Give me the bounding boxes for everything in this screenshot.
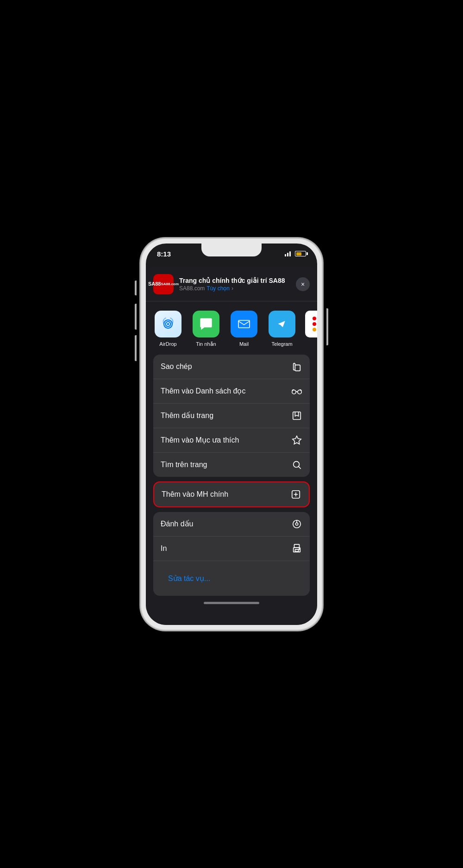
- site-icon: SA88SA88.com: [153, 274, 174, 294]
- menu-item-markup[interactable]: Đánh dấu: [153, 512, 310, 537]
- notch: [201, 244, 262, 256]
- status-time: 8:13: [157, 250, 171, 258]
- close-button[interactable]: ×: [296, 277, 310, 291]
- print-icon: [291, 543, 302, 554]
- menu-section-bottom: Đánh dấu In: [153, 512, 310, 596]
- power-button: [326, 308, 328, 345]
- telegram-icon: [269, 311, 295, 337]
- menu-item-print[interactable]: In: [153, 537, 310, 561]
- site-url-row: SA88.com Tùy chọn ›: [179, 285, 290, 292]
- telegram-label: Telegram: [271, 341, 292, 347]
- edit-action-label[interactable]: Sửa tác vụ...: [161, 568, 218, 589]
- edit-action-row: Sửa tác vụ...: [153, 561, 310, 596]
- app-item-mail[interactable]: Mail: [229, 311, 259, 347]
- home-bar: [204, 602, 259, 604]
- menu-find-label: Tìm trên trang: [161, 461, 207, 469]
- chevron-right-icon: ›: [232, 285, 233, 292]
- volume-down-button: [135, 335, 137, 361]
- svg-rect-3: [238, 320, 250, 328]
- menu-print-label: In: [161, 544, 167, 553]
- menu-item-reading-list[interactable]: Thêm vào Danh sách đọc: [153, 379, 310, 404]
- menu-item-favorites[interactable]: Thêm vào Mục ưa thích: [153, 428, 310, 453]
- add-square-icon: [290, 489, 301, 500]
- book-icon: [291, 410, 302, 421]
- svg-rect-5: [295, 365, 300, 371]
- site-info: Trang chủ chính thức giải trí SA88 SA88.…: [179, 277, 290, 292]
- search-icon: [291, 459, 302, 470]
- menu-markup-label: Đánh dấu: [161, 519, 194, 528]
- svg-point-6: [292, 390, 296, 394]
- phone-screen: 8:13 SA88SA88.com Trang chủ chính thức g…: [146, 244, 317, 625]
- menu-section-1: Sao chép Thêm vào Danh sách đọc: [153, 355, 310, 477]
- status-icons: [285, 251, 306, 256]
- svg-point-18: [299, 549, 300, 550]
- menu-item-bookmark[interactable]: Thêm dấu trang: [153, 404, 310, 428]
- volume-up-button: [135, 304, 137, 330]
- mail-label: Mail: [239, 341, 249, 347]
- menu-copy-label: Sao chép: [161, 362, 192, 371]
- menu-item-find[interactable]: Tìm trên trang: [153, 453, 310, 477]
- menu-item-add-home[interactable]: Thêm vào MH chính: [153, 481, 310, 507]
- svg-marker-9: [293, 436, 301, 443]
- app-item-airdrop[interactable]: AirDrop: [153, 311, 183, 347]
- svg-point-2: [167, 323, 169, 325]
- site-title: Trang chủ chính thức giải trí SA88: [179, 277, 290, 284]
- svg-rect-17: [295, 549, 298, 551]
- copy-icon: [291, 361, 302, 372]
- menu-item-copy[interactable]: Sao chép: [153, 355, 310, 379]
- battery-fill: [296, 252, 301, 256]
- share-header: SA88SA88.com Trang chủ chính thức giải t…: [146, 267, 317, 301]
- menu-reading-label: Thêm vào Danh sách đọc: [161, 387, 245, 395]
- share-sheet: SA88SA88.com Trang chủ chính thức giải t…: [146, 267, 317, 625]
- app-item-messages[interactable]: Tin nhắn: [191, 311, 221, 347]
- wifi-icon: [285, 251, 292, 256]
- more-app-icon: [305, 311, 317, 337]
- svg-point-13: [295, 523, 298, 525]
- site-url: SA88.com: [179, 285, 205, 292]
- messages-icon: [193, 311, 219, 337]
- mail-icon: [231, 311, 257, 337]
- airdrop-label: AirDrop: [159, 341, 176, 347]
- site-options[interactable]: Tùy chọn: [206, 285, 230, 292]
- add-home-label: Thêm vào MH chính: [162, 490, 228, 499]
- app-item-more[interactable]: [305, 311, 317, 347]
- airdrop-icon: [155, 311, 181, 337]
- menu-favorites-label: Thêm vào Mục ưa thích: [161, 436, 239, 444]
- glasses-icon: [291, 386, 302, 397]
- app-item-telegram[interactable]: Telegram: [267, 311, 297, 347]
- phone-frame: 8:13 SA88SA88.com Trang chủ chính thức g…: [141, 239, 322, 630]
- home-indicator: [146, 596, 317, 611]
- battery-icon: [295, 251, 306, 256]
- markup-icon: [291, 518, 302, 530]
- svg-rect-15: [294, 544, 300, 547]
- add-home-row[interactable]: Thêm vào MH chính: [154, 482, 309, 506]
- mute-button: [135, 281, 137, 295]
- star-icon: [291, 435, 302, 446]
- menu-bookmark-label: Thêm dấu trang: [161, 411, 213, 420]
- svg-point-7: [298, 390, 302, 394]
- messages-label: Tin nhắn: [196, 341, 216, 347]
- apps-row: AirDrop Tin nhắn: [146, 301, 317, 355]
